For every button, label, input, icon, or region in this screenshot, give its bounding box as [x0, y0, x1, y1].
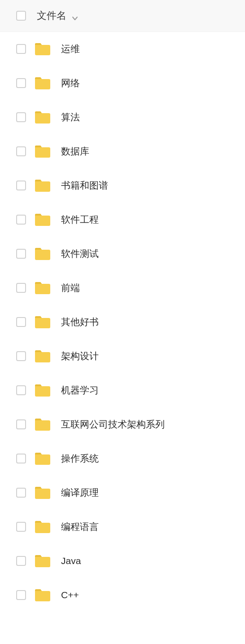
select-all-checkbox[interactable] [16, 11, 26, 21]
file-row[interactable]: 编程语言 [0, 510, 245, 544]
file-row[interactable]: 编译原理 [0, 476, 245, 510]
file-row[interactable]: 软件工程 [0, 203, 245, 237]
column-header-label: 文件名 [37, 9, 66, 22]
file-name-label: 编译原理 [61, 486, 99, 499]
file-name-label: 数据库 [61, 145, 89, 158]
file-row[interactable]: 算法 [0, 100, 245, 134]
row-checkbox[interactable] [16, 249, 26, 259]
chevron-down-icon [72, 13, 78, 19]
file-row[interactable]: C++ [0, 578, 245, 612]
file-row[interactable]: 软件测试 [0, 237, 245, 271]
file-name-label: C++ [61, 590, 79, 600]
row-checkbox[interactable] [16, 488, 26, 498]
file-name-label: 前端 [61, 282, 80, 294]
row-checkbox[interactable] [16, 215, 26, 225]
file-name-label: 算法 [61, 111, 80, 124]
folder-icon [34, 417, 51, 432]
folder-icon [34, 76, 51, 90]
file-name-label: 互联网公司技术架构系列 [61, 418, 165, 431]
table-header: 文件名 [0, 0, 245, 32]
row-checkbox[interactable] [16, 181, 26, 190]
folder-icon [34, 110, 51, 124]
file-row[interactable]: Java [0, 544, 245, 578]
row-checkbox[interactable] [16, 556, 26, 566]
file-row[interactable]: 前端 [0, 271, 245, 305]
row-checkbox[interactable] [16, 454, 26, 463]
folder-icon [34, 485, 51, 500]
file-name-label: 软件工程 [61, 213, 99, 226]
file-name-label: 编程语言 [61, 520, 99, 533]
row-checkbox[interactable] [16, 522, 26, 532]
file-name-label: 架构设计 [61, 350, 99, 362]
column-header-filename[interactable]: 文件名 [37, 9, 78, 22]
row-checkbox[interactable] [16, 590, 26, 600]
row-checkbox[interactable] [16, 146, 26, 156]
file-name-label: 软件测试 [61, 247, 99, 260]
folder-icon [34, 281, 51, 295]
folder-icon [34, 212, 51, 227]
file-name-label: 其他好书 [61, 316, 99, 328]
row-checkbox[interactable] [16, 351, 26, 361]
row-checkbox[interactable] [16, 317, 26, 327]
file-row[interactable]: 机器学习 [0, 373, 245, 407]
folder-icon [34, 315, 51, 329]
row-checkbox[interactable] [16, 112, 26, 122]
file-name-label: 机器学习 [61, 384, 99, 397]
file-row[interactable]: 互联网公司技术架构系列 [0, 407, 245, 441]
row-checkbox[interactable] [16, 385, 26, 395]
folder-icon [34, 588, 51, 602]
row-checkbox[interactable] [16, 419, 26, 429]
row-checkbox[interactable] [16, 283, 26, 293]
file-name-label: 网络 [61, 77, 80, 89]
file-list: 运维 网络 算法 数据库 书籍和图谱 软件工程 软件测试 前端 其他好书 架构设… [0, 32, 245, 612]
file-name-label: Java [61, 556, 81, 566]
file-row[interactable]: 其他好书 [0, 305, 245, 339]
file-row[interactable]: 书籍和图谱 [0, 168, 245, 203]
row-checkbox[interactable] [16, 44, 26, 54]
folder-icon [34, 144, 51, 159]
folder-icon [34, 554, 51, 568]
file-name-label: 运维 [61, 43, 80, 55]
folder-icon [34, 247, 51, 261]
file-row[interactable]: 网络 [0, 66, 245, 100]
row-checkbox[interactable] [16, 78, 26, 88]
file-name-label: 操作系统 [61, 452, 99, 465]
folder-icon [34, 42, 51, 56]
folder-icon [34, 178, 51, 193]
file-name-label: 书籍和图谱 [61, 179, 108, 192]
file-row[interactable]: 数据库 [0, 134, 245, 168]
folder-icon [34, 451, 51, 466]
file-row[interactable]: 运维 [0, 32, 245, 66]
file-row[interactable]: 操作系统 [0, 441, 245, 476]
folder-icon [34, 520, 51, 534]
folder-icon [34, 383, 51, 397]
file-row[interactable]: 架构设计 [0, 339, 245, 373]
folder-icon [34, 349, 51, 363]
